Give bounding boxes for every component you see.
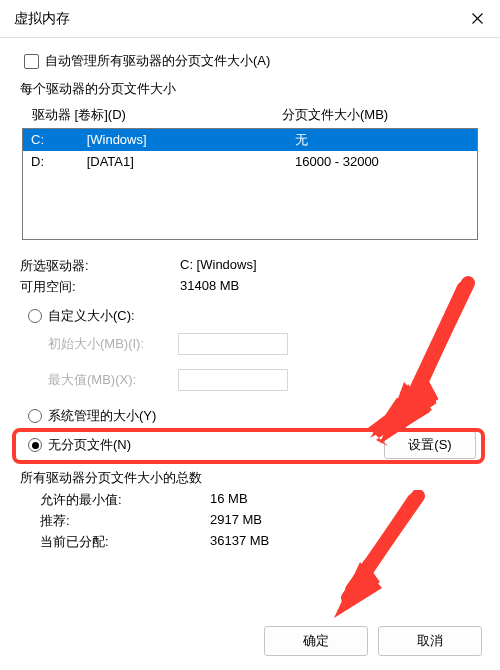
drive-label: [DATA1] <box>87 154 134 169</box>
no-paging-label: 无分页文件(N) <box>48 436 131 454</box>
dialog-title: 虚拟内存 <box>14 10 70 28</box>
system-managed-radio[interactable] <box>28 409 42 423</box>
auto-manage-row[interactable]: 自动管理所有驱动器的分页文件大小(A) <box>20 52 480 70</box>
totals-min-row: 允许的最小值: 16 MB <box>20 491 480 509</box>
drive-size: 无 <box>281 131 477 149</box>
totals-cur-row: 当前已分配: 36137 MB <box>20 533 480 551</box>
avail-space-label: 可用空间: <box>20 278 180 296</box>
drive-list-header: 驱动器 [卷标](D) 分页文件大小(MB) <box>20 104 480 128</box>
no-paging-radio[interactable] <box>28 438 42 452</box>
titlebar: 虚拟内存 <box>0 0 500 38</box>
selected-drive-row: 所选驱动器: C: [Windows] <box>20 257 480 275</box>
auto-manage-label: 自动管理所有驱动器的分页文件大小(A) <box>45 52 270 70</box>
totals-cur-label: 当前已分配: <box>40 533 210 551</box>
drive-row-d[interactable]: D: [DATA1] 16000 - 32000 <box>23 151 477 173</box>
custom-size-label: 自定义大小(C): <box>48 307 135 325</box>
set-button[interactable]: 设置(S) <box>384 431 476 459</box>
avail-space-row: 可用空间: 31408 MB <box>20 278 480 296</box>
drive-size: 16000 - 32000 <box>281 153 477 171</box>
cancel-button[interactable]: 取消 <box>378 626 482 656</box>
drives-group-heading: 每个驱动器的分页文件大小 <box>20 80 480 98</box>
max-size-label: 最大值(MB)(X): <box>48 371 178 389</box>
max-size-row: 最大值(MB)(X): <box>20 365 480 395</box>
system-managed-label: 系统管理的大小(Y) <box>48 407 156 425</box>
avail-space-value: 31408 MB <box>180 278 480 296</box>
close-button[interactable] <box>454 0 500 38</box>
drive-list[interactable]: C: [Windows] 无 D: [DATA1] 16000 - 32000 <box>22 128 478 240</box>
custom-size-radio[interactable] <box>28 309 42 323</box>
totals-min-label: 允许的最小值: <box>40 491 210 509</box>
totals-cur-value: 36137 MB <box>210 533 480 551</box>
totals-rec-row: 推荐: 2917 MB <box>20 512 480 530</box>
totals-heading: 所有驱动器分页文件大小的总数 <box>20 469 480 487</box>
initial-size-row: 初始大小(MB)(I): <box>20 329 480 359</box>
totals-rec-label: 推荐: <box>40 512 210 530</box>
ok-button[interactable]: 确定 <box>264 626 368 656</box>
drive-header-drive: 驱动器 [卷标](D) <box>32 106 282 124</box>
drive-letter: C: <box>31 131 83 149</box>
drive-label: [Windows] <box>87 132 147 147</box>
drive-row-c[interactable]: C: [Windows] 无 <box>23 129 477 151</box>
drive-header-size: 分页文件大小(MB) <box>282 106 480 124</box>
totals-min-value: 16 MB <box>210 491 480 509</box>
svg-marker-6 <box>338 560 380 612</box>
custom-size-radio-row[interactable]: 自定义大小(C): <box>20 307 480 325</box>
selected-drive-label: 所选驱动器: <box>20 257 180 275</box>
initial-size-input[interactable] <box>178 333 288 355</box>
totals-rec-value: 2917 MB <box>210 512 480 530</box>
initial-size-label: 初始大小(MB)(I): <box>48 335 178 353</box>
auto-manage-checkbox[interactable] <box>24 54 39 69</box>
drive-letter: D: <box>31 153 83 171</box>
no-paging-row: 无分页文件(N) 设置(S) <box>20 431 480 459</box>
system-managed-radio-row[interactable]: 系统管理的大小(Y) <box>20 407 480 425</box>
max-size-input[interactable] <box>178 369 288 391</box>
selected-drive-value: C: [Windows] <box>180 257 480 275</box>
dialog-buttons: 确定 取消 <box>264 626 482 656</box>
close-icon <box>472 13 483 24</box>
